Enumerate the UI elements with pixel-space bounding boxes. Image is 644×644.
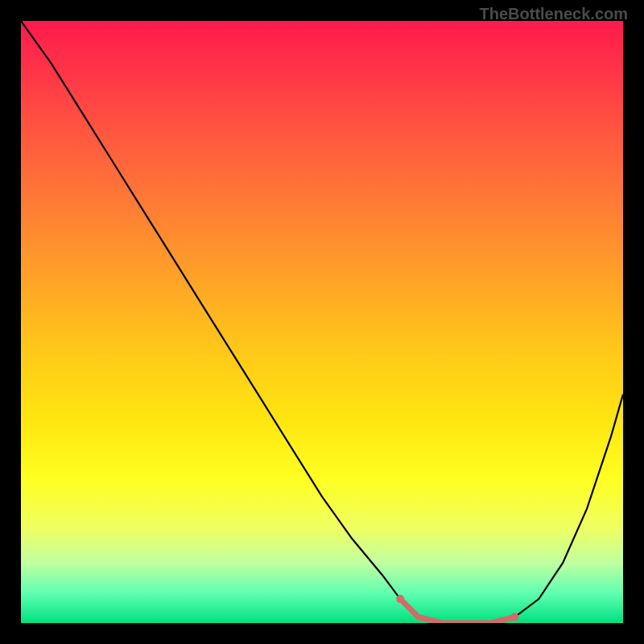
chart-svg [21,21,623,623]
bottleneck-curve [21,21,623,623]
highlight-dot-end [510,613,518,621]
plot-area [21,21,623,623]
watermark-text: TheBottleneck.com [480,5,628,23]
highlight-segment [400,599,514,623]
highlight-dot-start [396,595,404,603]
